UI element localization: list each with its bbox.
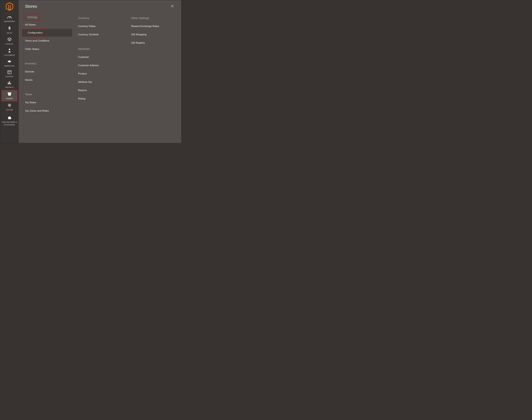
menu-item-order-status[interactable]: Order Status — [22, 45, 72, 53]
menu-item-rating[interactable]: Rating — [75, 94, 125, 103]
menu-item-returns[interactable]: Returns — [75, 86, 125, 94]
nav-label: CATALOG — [5, 43, 13, 45]
nav-label: DASHBOARD — [4, 20, 15, 22]
svg-rect-4 — [10, 61, 11, 62]
panel-header: Stores — [19, 3, 181, 14]
nav-system[interactable]: SYSTEM — [0, 102, 19, 112]
nav-label: MARKETING — [4, 65, 15, 67]
nav-stores[interactable]: STORES — [1, 90, 17, 102]
menu-item-sources[interactable]: Sources — [22, 68, 72, 76]
nav-label: CUSTOMERS — [4, 54, 15, 56]
nav-label: STORES — [6, 98, 13, 99]
menu-item-tax-zones-and-rates[interactable]: Tax Zones and Rates — [22, 107, 72, 115]
nav-label: SALES — [7, 32, 12, 34]
nav-label: SYSTEM — [6, 109, 13, 111]
svg-rect-11 — [8, 94, 11, 96]
menu-item-attribute-set[interactable]: Attribute Set — [75, 78, 125, 86]
svg-point-12 — [9, 105, 10, 106]
menu-item-customer-address[interactable]: Customer Address — [75, 61, 125, 70]
close-icon — [170, 6, 174, 8]
svg-text:$: $ — [8, 26, 11, 30]
section-title-taxes: Taxes — [22, 90, 72, 98]
nav-label: FIND PARTNERS & EXTENSIONS — [2, 121, 17, 126]
nav-divider — [3, 113, 15, 114]
gear-icon — [0, 103, 19, 108]
svg-rect-8 — [8, 83, 9, 84]
svg-rect-10 — [10, 83, 11, 84]
admin-nav: DASHBOARD $ SALES CATALOG CUSTOMERS — [0, 14, 19, 127]
dashboard-gauge-icon — [0, 15, 19, 19]
admin-sidebar: DASHBOARD $ SALES CATALOG CUSTOMERS — [0, 0, 19, 143]
section-title-inventory: Inventory — [22, 59, 72, 68]
bar-chart-icon — [0, 81, 19, 85]
svg-line-18 — [10, 106, 11, 106]
section-title-settings: Settings — [25, 14, 40, 21]
nav-label: CONTENT — [5, 76, 14, 77]
menu-item-product[interactable]: Product — [75, 70, 125, 78]
box-icon — [0, 37, 19, 42]
svg-line-20 — [8, 106, 9, 106]
nav-marketing[interactable]: MARKETING — [0, 58, 19, 69]
svg-line-19 — [10, 104, 11, 105]
nav-customers[interactable]: CUSTOMERS — [0, 47, 19, 58]
menu-item-reward-exchange-rates[interactable]: Reward Exchange Rates — [128, 22, 178, 30]
nav-content[interactable]: CONTENT — [0, 69, 19, 79]
menu-item-configuration-row[interactable]: Configuration — [22, 29, 72, 37]
svg-rect-5 — [8, 71, 11, 74]
menu-item-customer[interactable]: Customer — [75, 53, 125, 61]
nav-sales[interactable]: $ SALES — [0, 24, 19, 36]
menu-item-terms-and-conditions[interactable]: Terms and Conditions — [22, 37, 72, 45]
dollar-icon: $ — [0, 26, 19, 31]
svg-line-17 — [8, 104, 9, 105]
menu-item-gift-wrapping[interactable]: Gift Wrapping — [128, 30, 178, 39]
section-title-other-settings: Other Settings — [128, 14, 178, 22]
panel-column-3: Other Settings Reward Exchange Rates Gif… — [128, 14, 181, 115]
section-title-attributes: Attributes — [75, 45, 125, 53]
panel-column-2: Currency Currency Rates Currency Symbols… — [75, 14, 128, 115]
panel-column-1: Settings All Stores Configuration Terms … — [19, 14, 75, 115]
svg-line-1 — [10, 17, 10, 18]
panel-body: Settings All Stores Configuration Terms … — [19, 14, 181, 115]
section-title-currency: Currency — [75, 14, 125, 22]
menu-item-currency-symbols[interactable]: Currency Symbols — [75, 30, 125, 39]
person-icon — [0, 48, 19, 53]
megaphone-icon — [0, 60, 19, 64]
svg-rect-9 — [9, 81, 10, 84]
nav-label: REPORTS — [5, 86, 14, 88]
menu-item-tax-rules[interactable]: Tax Rules — [22, 98, 72, 107]
menu-item-gift-registry[interactable]: Gift Registry — [128, 39, 178, 47]
nav-find-partners[interactable]: FIND PARTNERS & EXTENSIONS — [0, 114, 19, 127]
menu-item-stocks[interactable]: Stocks — [22, 76, 72, 84]
close-button[interactable] — [170, 3, 175, 9]
nav-reports[interactable]: REPORTS — [0, 79, 19, 90]
menu-item-configuration[interactable]: Configuration — [25, 29, 45, 37]
stores-flyout-panel: Stores Settings All Stores Configuration… — [19, 0, 181, 143]
magento-logo-icon — [6, 2, 13, 11]
admin-app: DASHBOARD $ SALES CATALOG CUSTOMERS — [0, 0, 181, 143]
svg-point-3 — [9, 49, 10, 50]
nav-catalog[interactable]: CATALOG — [0, 36, 19, 47]
menu-item-all-stores[interactable]: All Stores — [22, 21, 72, 29]
storefront-icon — [2, 92, 17, 96]
puzzle-icon — [0, 116, 19, 120]
panel-title: Stores — [25, 4, 37, 9]
menu-item-currency-rates[interactable]: Currency Rates — [75, 22, 125, 30]
nav-dashboard[interactable]: DASHBOARD — [0, 14, 19, 24]
layout-icon — [0, 70, 19, 75]
logo-wrap — [3, 0, 15, 14]
